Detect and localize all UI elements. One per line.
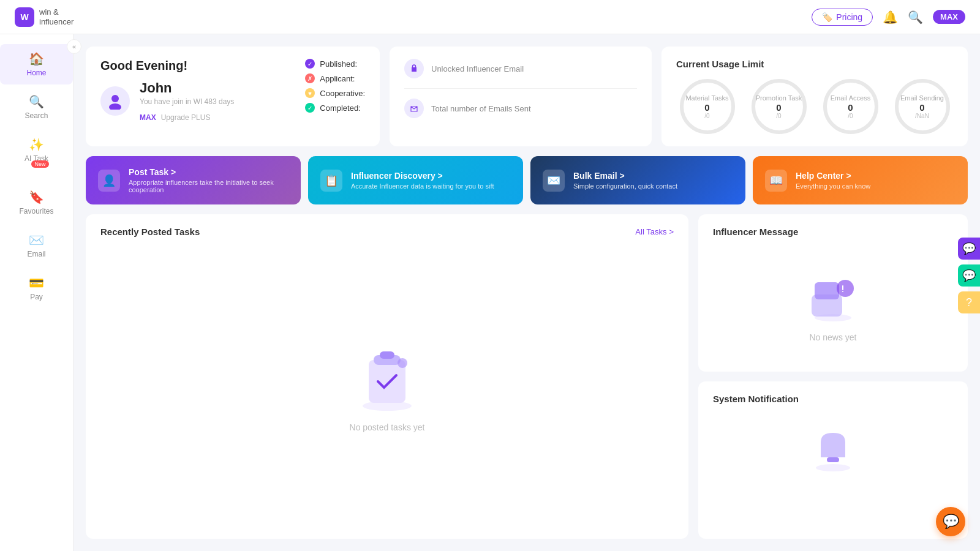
usage-title: Current Usage Limit — [676, 59, 953, 69]
sidebar-item-favourites[interactable]: 🔖 Favourites — [0, 182, 73, 223]
upgrade-label: MAX — [140, 113, 156, 122]
user-badge[interactable]: MAX — [933, 10, 965, 24]
email-sending-value: 0 — [919, 102, 924, 113]
float-chat-bubble[interactable]: 💬 — [936, 507, 965, 536]
tasks-panel-header: Recently Posted Tasks All Tasks > — [100, 227, 674, 237]
svg-point-12 — [837, 280, 854, 297]
email-sent-icon — [404, 99, 424, 118]
float-wechat-button[interactable]: 💬 — [958, 264, 980, 287]
tasks-panel: Recently Posted Tasks All Tasks > — [86, 214, 688, 539]
applicant-label: Applicant: — [320, 74, 355, 83]
unlock-email-label: Unlocked Influencer Email — [431, 64, 524, 73]
svg-rect-7 — [380, 351, 394, 359]
email-access-label: Email Access — [831, 94, 870, 102]
user-info: John You have join in WI 483 days MAX Up… — [140, 80, 234, 122]
message-empty-text: No news yet — [809, 332, 856, 342]
unlock-email-icon — [404, 59, 424, 78]
bottom-section: Recently Posted Tasks All Tasks > — [86, 214, 968, 539]
material-tasks-label: Material Tasks — [685, 94, 728, 102]
welcome-section: Good Evening! John You have join in WI 4… — [86, 47, 968, 146]
float-chat-button[interactable]: 💬 — [958, 238, 980, 260]
cooperative-label: Cooperative: — [320, 89, 365, 98]
notification-header: System Notification — [713, 394, 953, 404]
sidebar-item-pay[interactable]: 💳 Pay — [0, 268, 73, 309]
influencer-discovery-sub: Accurate Influencer data is waiting for … — [351, 182, 494, 190]
sidebar-collapse-button[interactable]: « — [67, 39, 81, 54]
sidebar-item-label: Home — [26, 69, 46, 77]
float-actions: 💬 💬 ? — [958, 238, 980, 313]
post-task-sub: Appropriate influencers take the initiat… — [129, 179, 288, 193]
email-icon: ✉️ — [29, 233, 44, 247]
tasks-panel-title: Recently Posted Tasks — [100, 227, 200, 237]
stat-completed: ✓ Completed: — [305, 103, 365, 113]
bulk-email-title: Bulk Email > — [573, 171, 677, 181]
topnav-right: 🏷️ Pricing 🔔 🔍 MAX — [812, 9, 965, 26]
notification-title: System Notification — [713, 394, 799, 404]
post-task-icon: 👤 — [98, 170, 120, 192]
all-tasks-link[interactable]: All Tasks > — [635, 227, 674, 236]
pricing-button[interactable]: 🏷️ Pricing — [812, 9, 873, 26]
svg-rect-13 — [842, 285, 843, 290]
help-center-sub: Everything you can know — [796, 182, 870, 190]
post-task-card[interactable]: 👤 Post Task > Appropriate influencers ta… — [86, 156, 301, 204]
ai-task-icon: ✨ — [29, 137, 44, 152]
email-sending-label: Email Sending — [900, 94, 944, 102]
notification-bell-icon[interactable]: 🔔 — [883, 10, 898, 24]
influencer-message-title: Influencer Message — [713, 227, 798, 237]
user-sub: You have join in WI 483 days — [140, 97, 234, 106]
usage-circles: Material Tasks 0 /0 Promotion Task 0 /0 — [676, 79, 953, 134]
logo: W win & influencer — [15, 7, 74, 27]
sidebar-item-email[interactable]: ✉️ Email — [0, 225, 73, 266]
tasks-empty-state: No posted tasks yet — [100, 247, 674, 527]
home-icon: 🏠 — [29, 51, 44, 66]
usage-material-tasks: Material Tasks 0 /0 — [680, 79, 735, 134]
sidebar-item-home[interactable]: 🏠 Home — [0, 44, 73, 84]
usage-email-sending: Email Sending 0 /NaN — [895, 79, 950, 134]
email-sending-circle: Email Sending 0 /NaN — [895, 79, 950, 134]
search-icon: 🔍 — [29, 94, 44, 109]
help-center-card[interactable]: 📖 Help Center > Everything you can know — [753, 156, 968, 204]
influencer-message-panel: Influencer Message No news yet — [698, 214, 968, 372]
help-center-icon: 📖 — [765, 170, 787, 192]
sidebar: « 🏠 Home 🔍 Search ✨ AI Task New 🔖 Favour… — [0, 34, 74, 551]
published-label: Published: — [320, 59, 357, 69]
usage-card: Current Usage Limit Material Tasks 0 /0 … — [662, 47, 968, 146]
influencer-discovery-card[interactable]: 📋 Influencer Discovery > Accurate Influe… — [308, 156, 523, 204]
promotion-task-label: Promotion Task — [756, 94, 802, 102]
logo-icon: W — [15, 7, 34, 27]
post-task-title: Post Task > — [129, 167, 288, 177]
user-name: John — [140, 80, 234, 96]
float-help-button[interactable]: ? — [958, 291, 980, 313]
promotion-task-value: 0 — [776, 102, 781, 113]
empty-message-illustration — [802, 264, 864, 325]
applicant-dot: ✗ — [305, 73, 315, 83]
search-icon[interactable]: 🔍 — [908, 10, 923, 24]
usage-email-access: Email Access 0 /0 — [823, 79, 878, 134]
svg-point-15 — [816, 464, 850, 471]
pricing-icon: 🏷️ — [822, 12, 832, 22]
sidebar-item-search[interactable]: 🔍 Search — [0, 87, 73, 127]
email-sent-label: Total number of Emails Sent — [431, 104, 531, 113]
top-nav: W win & influencer 🏷️ Pricing 🔔 🔍 MAX — [0, 0, 980, 34]
usage-promotion-task: Promotion Task 0 /0 — [752, 79, 807, 134]
cooperative-dot: ♥ — [305, 88, 315, 98]
stat-applicant: ✗ Applicant: — [305, 73, 365, 83]
email-row-2: Total number of Emails Sent — [404, 99, 637, 118]
svg-point-1 — [109, 103, 121, 110]
svg-rect-11 — [815, 282, 839, 299]
published-dot: ✓ — [305, 59, 315, 69]
influencer-discovery-icon: 📋 — [320, 170, 342, 192]
bulk-email-sub: Simple configuration, quick contact — [573, 182, 677, 190]
stats-column: ✓ Published: ✗ Applicant: ♥ Cooperative:… — [305, 59, 365, 113]
email-access-value: 0 — [848, 102, 853, 113]
material-tasks-subval: /0 — [704, 113, 709, 119]
help-center-title: Help Center > — [796, 171, 870, 181]
sidebar-item-ai-task[interactable]: ✨ AI Task New — [0, 130, 73, 180]
sidebar-item-label: Pay — [30, 293, 43, 301]
completed-dot: ✓ — [305, 103, 315, 113]
svg-rect-16 — [827, 457, 839, 462]
svg-rect-3 — [409, 103, 420, 114]
bulk-email-card[interactable]: ✉️ Bulk Email > Simple configuration, qu… — [530, 156, 745, 204]
message-empty-state: No news yet — [713, 247, 953, 359]
upgrade-action[interactable]: Upgrade PLUS — [161, 113, 211, 122]
